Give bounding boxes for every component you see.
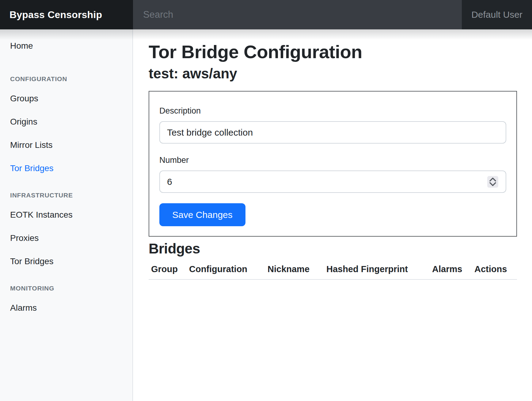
description-field[interactable] [159,121,506,144]
sidebar-section-monitoring: MONITORING [10,280,132,296]
col-configuration: Configuration [187,264,265,279]
description-label: Description [159,105,506,117]
sidebar-item-tor-bridges-infra[interactable]: Tor Bridges [10,250,132,273]
navbar-search-area [133,0,462,29]
number-field[interactable] [159,171,506,193]
bridges-section-title: Bridges [149,241,517,256]
page-subtitle: test: aws/any [149,66,517,81]
sidebar-item-origins[interactable]: Origins [10,110,132,133]
sidebar: Home CONFIGURATION Groups Origins Mirror… [0,29,133,401]
bridge-config-form: Description Number Save [149,91,517,237]
number-stepper[interactable] [487,176,498,188]
search-input[interactable] [133,0,462,29]
col-group: Group [149,264,187,279]
main-content: Tor Bridge Configuration test: aws/any D… [133,29,532,401]
sidebar-item-home[interactable]: Home [10,34,132,58]
sidebar-item-alarms[interactable]: Alarms [10,296,132,320]
chevron-down-icon [489,182,496,186]
page-title: Tor Bridge Configuration [149,42,517,62]
app-title: Bypass Censorship [10,9,102,21]
save-button[interactable]: Save Changes [159,203,245,226]
sidebar-item-mirror-lists[interactable]: Mirror Lists [10,133,132,157]
sidebar-section-configuration: CONFIGURATION [10,71,132,87]
bridges-table: Group Configuration Nickname Hashed Fing… [149,264,517,280]
user-menu[interactable]: Default User [462,0,532,29]
user-menu-label: Default User [471,9,522,20]
chevron-up-icon [489,178,496,182]
number-label: Number [159,154,506,166]
sidebar-section-infrastructure: INFRASTRUCTURE [10,187,132,203]
sidebar-item-tor-bridges-config[interactable]: Tor Bridges [10,157,132,180]
sidebar-item-proxies[interactable]: Proxies [10,227,132,250]
col-nickname: Nickname [265,264,324,279]
sidebar-item-groups[interactable]: Groups [10,87,132,110]
col-hashed-fingerprint: Hashed Fingerprint [324,264,430,279]
bridges-table-header-row: Group Configuration Nickname Hashed Fing… [149,264,517,279]
col-actions: Actions [472,264,517,279]
col-alarms: Alarms [430,264,472,279]
brand-block: Bypass Censorship [0,0,133,29]
top-navbar: Bypass Censorship Default User [0,0,532,29]
sidebar-item-eotk-instances[interactable]: EOTK Instances [10,203,132,227]
